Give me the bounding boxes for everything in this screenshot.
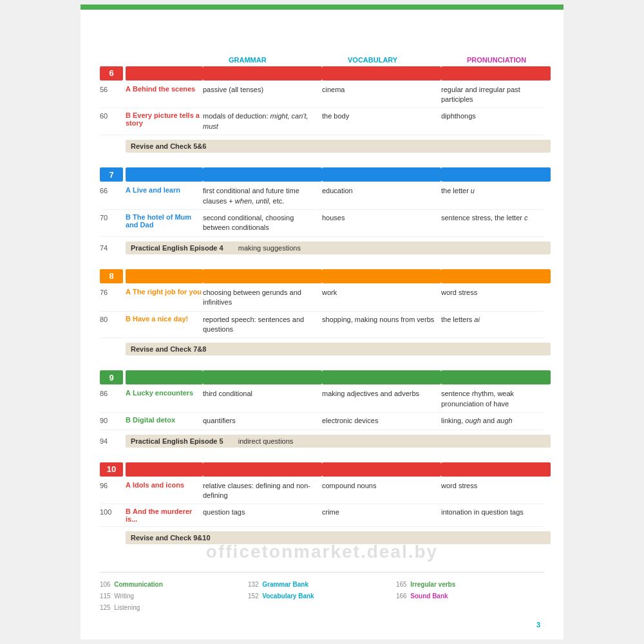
lesson-page: 66 (100, 186, 126, 194)
footer-item: 166 Sound Bank (396, 591, 544, 602)
lesson-title: B Every picture tells a story (126, 111, 203, 127)
lesson-pronun: sentence rhythm, weak pronunciation of h… (441, 389, 551, 409)
lesson-page: 56 (100, 85, 126, 93)
lesson-grammar: reported speech: sentences and questions (203, 315, 322, 335)
section-num-box: 9 (100, 370, 123, 384)
lesson-title: B Digital detox (126, 416, 203, 424)
grammar-header: GRAMMAR (229, 56, 348, 64)
section-bar-3 (322, 66, 441, 80)
footer-item: 125 Listening (100, 602, 248, 614)
lesson-title: A Idols and icons (126, 481, 203, 489)
lesson-pronun: word stress (441, 481, 551, 491)
page-number: 3 (533, 620, 544, 630)
lesson-page: 100 (100, 507, 126, 516)
section-bar-1 (126, 167, 203, 182)
lesson-row: 70 B The hotel of Mum and Dad second con… (100, 210, 544, 237)
lesson-title: B The hotel of Mum and Dad (126, 213, 203, 229)
lesson-title: A Lucky encounters (126, 389, 203, 397)
revise-cell: Revise and Check 5&6 (126, 140, 551, 153)
section-bar-1 (126, 269, 203, 283)
section-bar-3 (322, 269, 441, 283)
lesson-row: 96 A Idols and icons relative clauses: d… (100, 478, 544, 505)
lesson-row: 100 B And the murderer is... question ta… (100, 504, 544, 527)
lesson-pronun: intonation in question tags (441, 507, 551, 517)
practical-row: 94 Practical English Episode 5 indirect … (100, 431, 544, 451)
lesson-vocab: crime (322, 507, 441, 517)
section-bar-3 (322, 462, 441, 477)
section-8: 8 76 A The right job for you choosing be… (100, 269, 544, 359)
footer-item: 165 Irregular verbs (396, 579, 544, 591)
lesson-page: 86 (100, 389, 126, 397)
revise-row: Revise and Check 5&6 (100, 137, 544, 156)
lesson-title: B Have a nice day! (126, 315, 203, 323)
lesson-title: A Behind the scenes (126, 85, 203, 93)
section-bar-3 (322, 370, 441, 384)
lesson-row: 60 B Every picture tells a story modals … (100, 108, 544, 135)
revise-row: Revise and Check 7&8 (100, 339, 544, 359)
lesson-vocab: work (322, 288, 441, 298)
top-bar (80, 5, 564, 10)
practical-cell: Practical English Episode 5 indirect que… (126, 435, 551, 448)
section-bar-2 (203, 167, 322, 182)
lesson-grammar: first conditional and future time clause… (203, 186, 322, 206)
lesson-title: A The right job for you (126, 288, 203, 296)
section-bar-4 (441, 66, 551, 80)
lesson-pronun: diphthongs (441, 111, 551, 121)
lesson-pronun: linking, ough and augh (441, 416, 551, 426)
section-bar-2 (203, 462, 322, 477)
footer-item: 152 Vocabulary Bank (248, 591, 396, 602)
vocabulary-header: VOCABULARY (348, 56, 467, 64)
section-header-7: 7 (100, 167, 544, 182)
lesson-vocab: education (322, 186, 441, 196)
lesson-pronun: regular and irregular past participles (441, 85, 551, 105)
section-9: 9 86 A Lucky encounters third conditiona… (100, 370, 544, 450)
lesson-row: 56 A Behind the scenes passive (all tens… (100, 82, 544, 109)
revise-row: Revise and Check 9&10 (100, 528, 544, 547)
section-bar-4 (441, 462, 551, 477)
revise-cell: Revise and Check 7&8 (126, 343, 551, 355)
practical-page-spacer: 74 (100, 242, 126, 254)
lesson-title: B And the murderer is... (126, 507, 203, 523)
section-bar-1 (126, 66, 203, 80)
lesson-page: 80 (100, 315, 126, 323)
section-header-6: 6 (100, 66, 544, 80)
lesson-grammar: passive (all tenses) (203, 85, 322, 95)
section-bar-4 (441, 269, 551, 283)
section-header-10: 10 (100, 462, 544, 477)
practical-page-spacer: 94 (100, 435, 126, 448)
practical-row: 74 Practical English Episode 4 making su… (100, 238, 544, 258)
lesson-pronun: the letters ai (441, 315, 551, 325)
footer-col-1: 106 Communication 115 Writing 125 Listen… (100, 579, 248, 614)
lesson-grammar: quantifiers (203, 416, 322, 426)
section-bar-1 (126, 370, 203, 384)
section-num-box: 7 (100, 167, 123, 182)
lesson-title: A Live and learn (126, 186, 203, 194)
lesson-pronun: the letter u (441, 186, 551, 196)
lesson-page: 90 (100, 416, 126, 424)
page: GRAMMAR VOCABULARY PRONUNCIATION 6 56 A … (80, 5, 564, 640)
lesson-row: 80 B Have a nice day! reported speech: s… (100, 312, 544, 339)
lesson-page: 70 (100, 213, 126, 222)
section-7: 7 66 A Live and learn first conditional … (100, 167, 544, 258)
lesson-row: 76 A The right job for you choosing betw… (100, 285, 544, 312)
lesson-grammar: relative clauses: defining and non-defin… (203, 481, 322, 501)
lesson-grammar: question tags (203, 507, 322, 517)
section-6: 6 56 A Behind the scenes passive (all te… (100, 66, 544, 156)
lesson-row: 66 A Live and learn first conditional an… (100, 183, 544, 210)
lesson-page: 96 (100, 481, 126, 489)
lesson-page: 76 (100, 288, 126, 296)
lesson-pronun: sentence stress, the letter c (441, 213, 551, 223)
lesson-vocab: electronic devices (322, 416, 441, 426)
revise-page-spacer (100, 343, 126, 355)
practical-cell: Practical English Episode 4 making sugge… (126, 242, 551, 254)
lesson-grammar: third conditional (203, 389, 322, 399)
lesson-grammar: choosing between gerunds and infinitives (203, 288, 322, 308)
footer-item: 115 Writing (100, 591, 248, 602)
lesson-row: 86 A Lucky encounters third conditional … (100, 386, 544, 413)
section-num-box: 10 (100, 462, 123, 477)
section-bar-1 (126, 462, 203, 477)
lesson-row: 90 B Digital detox quantifiers electroni… (100, 413, 544, 430)
section-bar-3 (322, 167, 441, 182)
lesson-grammar: second conditional, choosing between con… (203, 213, 322, 233)
footer-col-3: 165 Irregular verbs 166 Sound Bank (396, 579, 544, 614)
